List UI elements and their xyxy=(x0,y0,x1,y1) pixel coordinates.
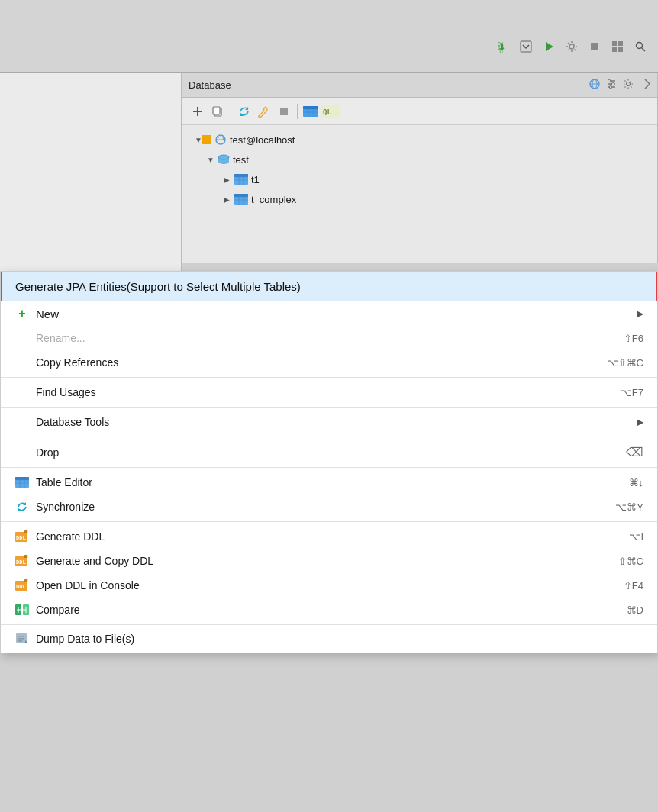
menu-item-find-usages[interactable]: Find Usages ⌥F7 xyxy=(1,380,657,404)
compare-icon xyxy=(15,604,30,616)
connection-status-icon xyxy=(202,135,211,144)
left-sidebar xyxy=(0,72,182,279)
menu-item-drop-left: Drop xyxy=(15,446,59,459)
menu-item-compare-left: Compare xyxy=(15,604,80,616)
menu-label-new: New xyxy=(36,308,59,321)
menu-item-generate-ddl[interactable]: DDL Generate DDL ⌥I xyxy=(1,524,657,549)
open-ddl-shortcut: ⇧F4 xyxy=(624,580,643,591)
database-panel: Database xyxy=(182,72,658,263)
drop-icon xyxy=(15,446,30,459)
divider-3 xyxy=(1,437,657,437)
svg-line-13 xyxy=(642,48,646,52)
menu-label-generate-copy-ddl: Generate and Copy DDL xyxy=(36,555,153,567)
tree-connection[interactable]: ▼ test@localhost xyxy=(185,130,654,150)
divider-2 xyxy=(1,407,657,408)
db-ql-btn[interactable]: QL xyxy=(321,102,340,121)
svg-point-23 xyxy=(627,82,631,85)
menu-item-rename: Rename... ⇧F6 xyxy=(1,326,657,350)
svg-rect-32 xyxy=(303,106,318,109)
svg-rect-8 xyxy=(612,41,617,46)
menu-item-compare[interactable]: Compare ⌘D xyxy=(1,598,657,622)
table-editor-icon xyxy=(15,476,30,488)
menu-item-dump-data[interactable]: Dump Data to File(s) xyxy=(1,627,657,652)
svg-text:QL: QL xyxy=(323,108,331,116)
db-add-btn[interactable] xyxy=(189,102,207,121)
settings-btn[interactable] xyxy=(562,37,582,56)
menu-item-table-editor[interactable]: Table Editor ⌘↓ xyxy=(1,470,657,495)
svg-rect-76 xyxy=(18,638,24,640)
divider-5 xyxy=(1,521,657,522)
plus-icon: + xyxy=(15,308,30,320)
generate-ddl-icon: DDL xyxy=(15,530,30,543)
svg-rect-10 xyxy=(612,47,617,52)
db-tools-arrow-icon: ▶ xyxy=(637,417,643,427)
grid-btn[interactable] xyxy=(608,37,627,56)
menu-label-copy-references: Copy References xyxy=(36,356,118,369)
db-expand-btn[interactable] xyxy=(639,78,651,93)
top-bar: ⬇ 01 10 01 xyxy=(0,0,658,72)
dropdown-btn[interactable] xyxy=(516,37,536,56)
svg-rect-4 xyxy=(521,41,531,52)
svg-point-6 xyxy=(569,44,574,49)
menu-item-database-tools[interactable]: Database Tools ▶ xyxy=(1,410,657,434)
db-settings-btn[interactable] xyxy=(605,78,618,93)
new-arrow-icon: ▶ xyxy=(637,308,643,319)
tree-schema[interactable]: ▼ test xyxy=(185,150,654,169)
open-ddl-icon: DDL xyxy=(15,579,30,591)
connection-label: test@localhost xyxy=(230,134,295,146)
menu-item-copy-left: Copy References xyxy=(15,356,118,369)
table-editor-shortcut: ⌘↓ xyxy=(629,477,644,488)
menu-item-sync-left: Synchronize xyxy=(15,501,95,513)
rename-shortcut: ⇧F6 xyxy=(624,333,643,344)
menu-item-open-ddl[interactable]: DDL Open DDL in Console ⇧F4 xyxy=(1,573,657,598)
db-stop-btn[interactable] xyxy=(275,102,293,121)
svg-text:01: 01 xyxy=(498,49,504,53)
rename-icon xyxy=(15,332,30,344)
search-btn[interactable] xyxy=(631,37,650,56)
menu-label-database-tools: Database Tools xyxy=(36,416,109,428)
generate-ddl-shortcut: ⌥I xyxy=(629,531,643,543)
db-sync-btn[interactable] xyxy=(235,102,253,121)
schema-label: test xyxy=(233,154,249,166)
table-t-complex-label: t_complex xyxy=(251,194,296,205)
compare-shortcut: ⌘D xyxy=(627,604,643,616)
menu-label-open-ddl: Open DDL in Console xyxy=(36,579,140,591)
svg-text:DDL: DDL xyxy=(16,535,26,541)
db-globe-btn[interactable] xyxy=(589,78,601,93)
copy-references-icon xyxy=(15,356,30,369)
menu-item-gen-copy-ddl-left: DDL Generate and Copy DDL xyxy=(15,555,153,567)
svg-point-20 xyxy=(608,79,611,82)
synchronize-shortcut: ⌥⌘Y xyxy=(615,501,643,513)
menu-item-copy-references[interactable]: Copy References ⌥⇧⌘C xyxy=(1,350,657,375)
svg-point-22 xyxy=(610,85,612,88)
db-toolbar: QL xyxy=(182,98,657,125)
menu-item-generate-copy-ddl[interactable]: DDL Generate and Copy DDL ⇧⌘C xyxy=(1,549,657,573)
divider-4 xyxy=(1,467,657,468)
dump-data-icon xyxy=(15,633,30,645)
db-wrench-btn[interactable] xyxy=(255,102,273,121)
tree-table-t1[interactable]: ▶ t1 xyxy=(185,169,654,189)
menu-item-synchronize[interactable]: Synchronize ⌥⌘Y xyxy=(1,495,657,519)
svg-rect-56 xyxy=(15,477,29,480)
db-tree: ▼ test@localhost ▼ test ▶ xyxy=(182,125,657,214)
top-toolbar: ⬇ 01 10 01 xyxy=(493,37,650,56)
generate-jpa-menu-item[interactable]: Generate JPA Entities(Support to Select … xyxy=(1,272,657,301)
menu-item-drop[interactable]: Drop ⌫ xyxy=(1,440,657,465)
run-btn[interactable] xyxy=(539,37,559,56)
synchronize-icon xyxy=(15,501,30,513)
stop-btn[interactable] xyxy=(585,37,605,56)
menu-item-new[interactable]: + New ▶ xyxy=(1,301,657,326)
db-panel-actions xyxy=(589,78,651,93)
svg-rect-44 xyxy=(234,174,248,177)
menu-item-gen-ddl-left: DDL Generate DDL xyxy=(15,530,105,543)
find-usages-shortcut: ⌥F7 xyxy=(621,387,643,398)
generate-copy-ddl-shortcut: ⇧⌘C xyxy=(618,556,643,567)
tree-table-t-complex[interactable]: ▶ t_complex xyxy=(185,189,654,209)
db-table-btn[interactable] xyxy=(302,102,320,121)
svg-text:DDL: DDL xyxy=(16,584,26,590)
menu-label-drop: Drop xyxy=(36,446,59,459)
db-copy-btn[interactable] xyxy=(208,102,227,121)
copy-references-shortcut: ⌥⇧⌘C xyxy=(607,357,643,369)
download-btn[interactable]: ⬇ 01 10 01 xyxy=(493,37,513,56)
db-gear-btn[interactable] xyxy=(622,78,634,93)
